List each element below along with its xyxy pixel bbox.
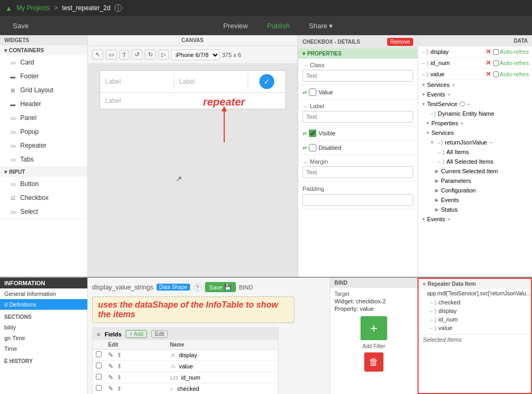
sidebar: WIDGETS ▾ CONTAINERS ▭ Card ▬ Footer ⊞ G… [0, 35, 88, 277]
canvas-redo[interactable]: ↻ [145, 50, 156, 60]
events-add-btn[interactable]: + [447, 91, 451, 98]
value-checkbox[interactable] [309, 89, 316, 96]
canvas-tool-rect[interactable]: ▭ [105, 50, 117, 60]
row-checkbox-cell[interactable] [93, 383, 105, 395]
sidebar-item-panel[interactable]: ▭ Panel [0, 111, 87, 125]
bottom-left-nav: INFORMATION General Information d Defini… [0, 278, 88, 394]
bottom-nav-signin[interactable]: gn Time [0, 333, 87, 343]
canvas-preview-icon[interactable]: ▷ [158, 50, 169, 60]
value-x-btn[interactable]: ✕ [486, 70, 491, 78]
add-filter-btn[interactable]: + [361, 316, 387, 340]
edit-icon[interactable]: ✎ [108, 374, 113, 381]
margin-input[interactable] [302, 166, 413, 178]
bottom-section: INFORMATION General Information d Defini… [0, 277, 532, 394]
device-selector[interactable]: iPhone 6/7/8 [171, 50, 220, 60]
col-name: Name [167, 340, 278, 350]
data-header: DATA [418, 35, 532, 46]
repeater-arrow [224, 110, 225, 142]
class-input[interactable] [302, 70, 413, 82]
row-edit-cell[interactable]: ✎ ⬍ [105, 383, 167, 395]
idnum-name: id_num [430, 60, 483, 66]
disabled-checkbox[interactable] [309, 144, 316, 151]
visible-checkbox[interactable] [309, 130, 316, 137]
current-selected-row: ▶ Current Selected Item [418, 166, 532, 176]
sidebar-item-footer[interactable]: ▬ Footer [0, 69, 87, 83]
bottom-nav-ability[interactable]: bility [0, 322, 87, 333]
canvas-undo[interactable]: ↺ [132, 50, 143, 60]
fields-label: Fields [104, 331, 121, 337]
sidebar-item-checkbox[interactable]: ☑ Checkbox [0, 191, 87, 205]
sidebar-item-popup[interactable]: ▭ Popup [0, 125, 87, 139]
project-info-icon[interactable]: i [114, 4, 122, 12]
edit-icon[interactable]: ✎ [108, 385, 113, 392]
idnum-arrow: ←) [421, 60, 428, 66]
edit-field-btn[interactable]: Edit [151, 330, 168, 338]
bottom-nav-definitions[interactable]: d Definitions [0, 299, 87, 310]
field-type-icon: 123 [170, 375, 178, 381]
checkbox-cell: ✓ [248, 71, 285, 92]
edit-icon[interactable]: ✎ [108, 351, 113, 359]
value-refresh-checkbox[interactable] [493, 71, 499, 77]
sidebar-item-header[interactable]: ▬ Header [0, 97, 87, 111]
bottom-nav-time[interactable]: Time [0, 343, 87, 354]
property-value: Property: value [334, 305, 413, 312]
label-label: Label [310, 103, 324, 109]
row-edit-cell[interactable]: ✎ ⬍ [105, 372, 167, 383]
margin-label: Margin [310, 158, 328, 165]
move-icon[interactable]: ⬍ [117, 363, 122, 370]
services-add-btn[interactable]: + [452, 82, 455, 88]
remove-button[interactable]: Remove [387, 38, 413, 46]
save-btn[interactable]: Save 💾 [205, 282, 236, 292]
target-label: Target [334, 291, 413, 297]
row-checkbox-cell[interactable] [93, 361, 105, 372]
add-field-btn[interactable]: + Add [126, 330, 147, 338]
save-button[interactable]: Save [9, 20, 33, 32]
edit-icon[interactable]: ✎ [108, 363, 113, 370]
return-json-minus-btn[interactable]: − [489, 139, 493, 146]
row-name-cell: ✓ checked [167, 383, 278, 395]
info-btn[interactable]: ? [193, 283, 202, 292]
padding-input[interactable]: 16px 16px 16px 60px [302, 194, 413, 206]
test-service-minus-btn[interactable]: − [467, 101, 470, 107]
idnum-refresh-checkbox[interactable] [493, 60, 499, 66]
containers-toggle[interactable]: ▾ CONTAINERS [0, 45, 87, 55]
repeater-data-header: ▾ Repeater Data Item [419, 279, 531, 289]
canvas-tool-cursor[interactable]: ↖ [92, 50, 103, 60]
move-icon[interactable]: ⬍ [117, 351, 122, 359]
share-button[interactable]: Share ▾ [305, 20, 337, 32]
sidebar-item-tabs[interactable]: ▭ Tabs [0, 152, 87, 166]
sidebar-item-button[interactable]: ▭ Button [0, 177, 87, 191]
project-name: test_repeater_2d [62, 4, 111, 12]
bottom-nav-general[interactable]: General Information [0, 288, 87, 299]
properties-add-btn[interactable]: + [460, 120, 463, 126]
display-x-btn[interactable]: ✕ [486, 48, 491, 55]
events3-add-btn[interactable]: + [447, 216, 451, 222]
display-refresh-checkbox[interactable] [493, 49, 499, 55]
publish-button[interactable]: Publish [263, 20, 294, 32]
move-icon[interactable]: ⬍ [117, 385, 122, 392]
label-input[interactable] [302, 111, 413, 123]
move-icon[interactable]: ⬍ [117, 374, 122, 381]
row-checkbox-cell[interactable] [93, 350, 105, 361]
idnum-x-btn[interactable]: ✕ [486, 59, 491, 67]
sidebar-item-repeater[interactable]: ▭ Repeater [0, 139, 87, 152]
checkbox-checked[interactable]: ✓ [259, 74, 274, 89]
sidebar-item-select[interactable]: ▭ Select [0, 205, 87, 219]
canvas-tool-text[interactable]: T [119, 50, 129, 60]
sidebar-item-grid-layout[interactable]: ⊞ Grid Layout [0, 83, 87, 97]
chevron-repeater-data: ▾ [423, 282, 425, 287]
item-arrow-icon: ←) [429, 325, 436, 331]
delete-filter-btn[interactable]: 🗑 [364, 352, 383, 372]
configuration-row: ▶ Configuration [418, 186, 532, 195]
display-arrow: ←) [421, 49, 428, 55]
row-edit-cell[interactable]: ✎ ⬍ [105, 350, 167, 361]
my-projects-link[interactable]: My Projects [17, 4, 50, 12]
sidebar-item-card[interactable]: ▭ Card [0, 55, 87, 69]
row-checkbox-cell[interactable] [93, 372, 105, 383]
row-edit-cell[interactable]: ✎ ⬍ [105, 361, 167, 372]
preview-button[interactable]: Preview [219, 20, 252, 32]
row-name-cell: -T- display [167, 350, 278, 361]
properties-section-toggle[interactable]: ▾ PROPERTIES [298, 49, 418, 59]
sidebar-item-label: Panel [20, 114, 37, 122]
input-toggle[interactable]: ▾ INPUT [0, 167, 87, 177]
